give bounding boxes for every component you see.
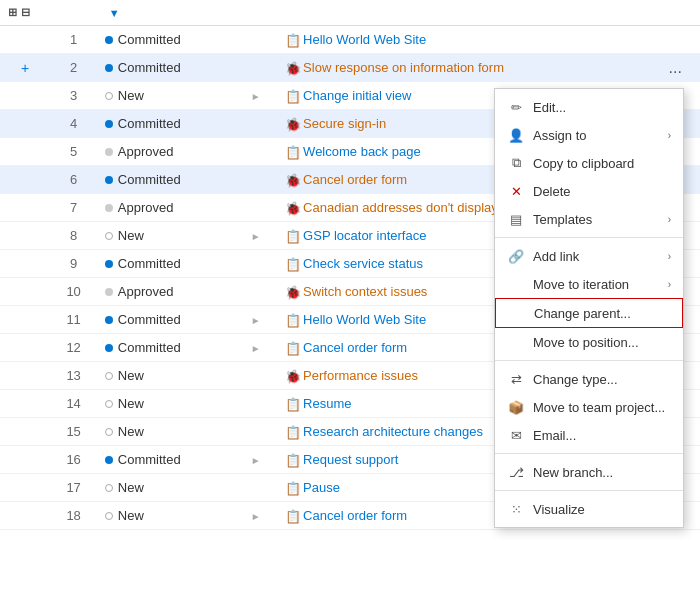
row-add-17	[0, 474, 50, 502]
row-state-4: Committed	[97, 110, 243, 138]
menu-item-move-to-team[interactable]: 📦Move to team project...	[495, 393, 683, 421]
more-options-button[interactable]: ...	[665, 59, 686, 76]
state-filter-icon[interactable]: ▼	[109, 7, 120, 19]
state-label: New	[118, 229, 144, 244]
bug-icon: 🐞	[285, 201, 299, 215]
row-arrow-3: ►	[243, 82, 277, 110]
row-arrow-13	[243, 362, 277, 390]
state-label: New	[118, 89, 144, 104]
row-state-8: New	[97, 222, 243, 250]
menu-label-change-type: Change type...	[533, 372, 671, 387]
title-link[interactable]: Resume	[303, 397, 351, 412]
link-icon: 🔗	[507, 247, 525, 265]
menu-label-email: Email...	[533, 428, 671, 443]
expand-arrow-icon: ►	[251, 91, 261, 102]
row-state-12: Committed	[97, 334, 243, 362]
row-title-2[interactable]: 🐞Slow response on information form	[277, 54, 650, 82]
row-add-8	[0, 222, 50, 250]
state-dot	[105, 316, 113, 324]
none-icon	[507, 333, 525, 351]
header-expand[interactable]: ⊞ ⊟	[0, 0, 50, 26]
title-link[interactable]: Check service status	[303, 257, 423, 272]
person-icon: 👤	[507, 126, 525, 144]
header-state[interactable]: ▼	[97, 0, 243, 26]
menu-label-move-to-position: Move to position...	[533, 335, 671, 350]
row-state-9: Committed	[97, 250, 243, 278]
branch-icon: ⎇	[507, 463, 525, 481]
state-dot	[105, 232, 113, 240]
row-title-1[interactable]: 📋Hello World Web Site	[277, 26, 650, 54]
row-order-3: 3	[50, 82, 96, 110]
title-link[interactable]: Slow response on information form	[303, 61, 504, 76]
menu-item-new-branch[interactable]: ⎇New branch...	[495, 458, 683, 486]
title-link[interactable]: Cancel order form	[303, 173, 407, 188]
menu-item-email[interactable]: ✉Email...	[495, 421, 683, 449]
row-state-17: New	[97, 474, 243, 502]
submenu-arrow-icon: ›	[668, 251, 671, 262]
menu-item-move-to-position[interactable]: Move to position...	[495, 328, 683, 356]
row-arrow-6	[243, 166, 277, 194]
row-arrow-16: ►	[243, 446, 277, 474]
menu-item-delete[interactable]: ✕Delete	[495, 177, 683, 205]
row-state-2: Committed	[97, 54, 243, 82]
copy-icon: ⧉	[507, 154, 525, 172]
row-state-7: Approved	[97, 194, 243, 222]
add-row-icon[interactable]: +	[21, 60, 29, 76]
menu-item-visualize[interactable]: ⁙Visualize	[495, 495, 683, 523]
row-add-2[interactable]: +	[0, 54, 50, 82]
title-link[interactable]: Secure sign-in	[303, 117, 386, 132]
menu-divider	[495, 360, 683, 361]
feature-icon: 📋	[285, 453, 299, 467]
state-dot	[105, 400, 113, 408]
row-add-6	[0, 166, 50, 194]
row-arrow-15	[243, 418, 277, 446]
row-add-7	[0, 194, 50, 222]
state-label: Committed	[118, 313, 181, 328]
row-order-12: 12	[50, 334, 96, 362]
context-menu: ✏Edit...👤Assign to›⧉Copy to clipboard✕De…	[494, 88, 684, 528]
menu-item-assign-to[interactable]: 👤Assign to›	[495, 121, 683, 149]
state-label: Committed	[118, 453, 181, 468]
menu-item-change-type[interactable]: ⇄Change type...	[495, 365, 683, 393]
row-state-1: Committed	[97, 26, 243, 54]
title-link[interactable]: Change initial view	[303, 89, 411, 104]
title-link[interactable]: Cancel order form	[303, 509, 407, 524]
state-dot	[105, 428, 113, 436]
menu-item-templates[interactable]: ▤Templates›	[495, 205, 683, 233]
title-link[interactable]: Request support	[303, 453, 398, 468]
state-label: New	[118, 369, 144, 384]
title-link[interactable]: Research architecture changes	[303, 425, 483, 440]
expand-arrow-icon: ►	[251, 231, 261, 242]
menu-label-assign-to: Assign to	[533, 128, 664, 143]
menu-label-add-link: Add link	[533, 249, 664, 264]
title-link[interactable]: GSP locator interface	[303, 229, 426, 244]
title-link[interactable]: Pause	[303, 481, 340, 496]
title-link[interactable]: Performance issues	[303, 369, 418, 384]
row-order-18: 18	[50, 502, 96, 530]
title-link[interactable]: Cancel order form	[303, 341, 407, 356]
feature-icon: 📋	[285, 509, 299, 523]
title-link[interactable]: Switch context issues	[303, 285, 427, 300]
menu-item-change-parent[interactable]: Change parent...	[495, 298, 683, 328]
title-link[interactable]: Hello World Web Site	[303, 33, 426, 48]
row-dots-2[interactable]: ...	[650, 54, 700, 82]
row-order-11: 11	[50, 306, 96, 334]
menu-item-edit[interactable]: ✏Edit...	[495, 93, 683, 121]
state-dot	[105, 64, 113, 72]
feature-icon: 📋	[285, 89, 299, 103]
menu-item-copy-to-clipboard[interactable]: ⧉Copy to clipboard	[495, 149, 683, 177]
state-dot	[105, 204, 113, 212]
pencil-icon: ✏	[507, 98, 525, 116]
state-dot	[105, 372, 113, 380]
title-link[interactable]: Hello World Web Site	[303, 313, 426, 328]
row-add-12	[0, 334, 50, 362]
menu-item-add-link[interactable]: 🔗Add link›	[495, 242, 683, 270]
title-link[interactable]: Welcome back page	[303, 145, 421, 160]
state-dot	[105, 484, 113, 492]
row-state-5: Approved	[97, 138, 243, 166]
bug-icon: 🐞	[285, 61, 299, 75]
menu-item-move-to-iteration[interactable]: Move to iteration›	[495, 270, 683, 298]
row-order-6: 6	[50, 166, 96, 194]
row-order-14: 14	[50, 390, 96, 418]
row-state-18: New	[97, 502, 243, 530]
